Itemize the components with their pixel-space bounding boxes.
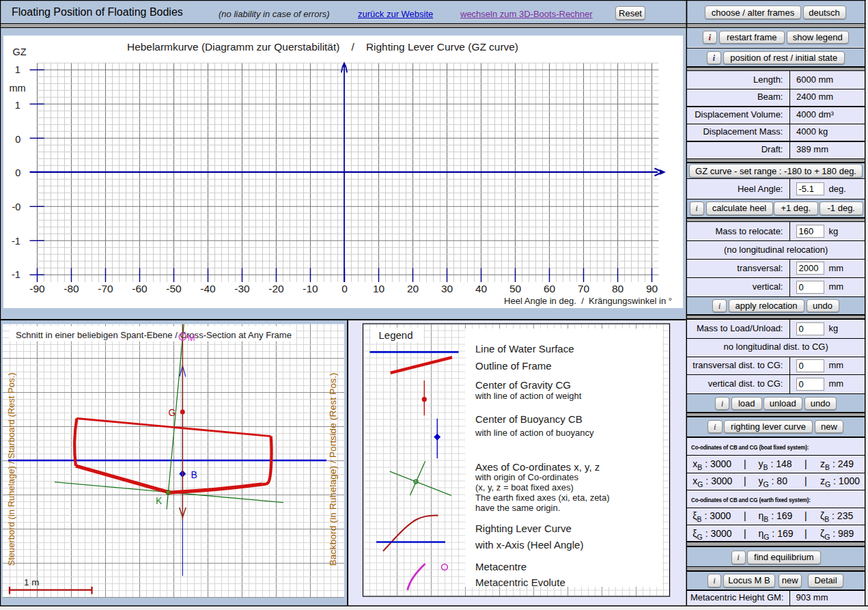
svg-text:B: B <box>191 469 197 480</box>
svg-text:Metacentre: Metacentre <box>475 561 527 572</box>
svg-text:1: 1 <box>15 64 20 75</box>
svg-text:Metacentric Evolute: Metacentric Evolute <box>475 577 565 588</box>
svg-text:-1: -1 <box>12 236 20 247</box>
svg-text:Center of Gravity CG: Center of Gravity CG <box>475 379 571 391</box>
svg-text:K: K <box>156 495 163 506</box>
svg-text:Legend: Legend <box>379 329 413 341</box>
svg-text:have the same origin.: have the same origin. <box>475 503 560 513</box>
svg-text:with line of action of weight: with line of action of weight <box>475 391 582 401</box>
svg-text:Schnitt in einer beliebigen Sp: Schnitt in einer beliebigen Spant-Ebene … <box>16 330 292 340</box>
svg-text:1: 1 <box>15 100 20 111</box>
svg-text:The earth fixed axes (xi, eta,: The earth fixed axes (xi, eta, zeta) <box>475 493 610 503</box>
svg-text:-70: -70 <box>98 283 113 294</box>
svg-text:0: 0 <box>15 167 20 178</box>
svg-text:GZ: GZ <box>13 46 27 57</box>
svg-text:mm: mm <box>10 83 26 94</box>
svg-text:-0: -0 <box>12 202 20 212</box>
svg-text:10: 10 <box>373 283 385 294</box>
svg-text:60: 60 <box>544 283 556 294</box>
svg-text:with line of action of buoyanc: with line of action of buoyancy <box>475 428 594 438</box>
svg-text:20: 20 <box>407 283 419 294</box>
svg-text:-50: -50 <box>166 283 182 294</box>
svg-text:G: G <box>169 407 176 418</box>
svg-text:with x-Axis (Heel Angle): with x-Axis (Heel Angle) <box>475 539 583 551</box>
svg-text:-1: -1 <box>12 269 20 280</box>
svg-text:80: 80 <box>612 283 624 294</box>
svg-text:70: 70 <box>578 283 590 294</box>
svg-text:-80: -80 <box>64 283 79 294</box>
svg-text:(x, y, z = boat fixed axes): (x, y, z = boat fixed axes) <box>475 482 574 493</box>
svg-text:40: 40 <box>475 283 488 294</box>
svg-text:0: 0 <box>15 134 20 145</box>
svg-text:M: M <box>188 333 195 343</box>
svg-text:-10: -10 <box>303 283 318 294</box>
svg-text:Steuerbord (in Ruhelage) / Sta: Steuerbord (in Ruhelage) / Starboard (Re… <box>7 372 16 566</box>
svg-text:-40: -40 <box>200 283 216 294</box>
svg-text:Hebelarmkurve (Diagramm zur Qu: Hebelarmkurve (Diagramm zur Querstabilit… <box>127 42 518 53</box>
svg-text:1 m: 1 m <box>24 577 40 587</box>
svg-text:50: 50 <box>509 283 522 294</box>
svg-text:Righting Lever Curve: Righting Lever Curve <box>475 523 572 534</box>
svg-text:Axes of Co-ordinates x, y, z: Axes of Co-ordinates x, y, z <box>475 461 600 473</box>
svg-text:with origin of Co-ordinates: with origin of Co-ordinates <box>475 472 579 482</box>
svg-text:Outline of Frame: Outline of Frame <box>475 360 552 372</box>
svg-text:-90: -90 <box>29 283 45 294</box>
svg-text:Line of Water Surface: Line of Water Surface <box>475 343 574 355</box>
svg-text:-20: -20 <box>268 283 284 294</box>
svg-text:Backbord (in Ruhelage) / Ports: Backbord (in Ruhelage) / Portside (Rest … <box>328 373 338 566</box>
svg-text:0: 0 <box>341 283 348 294</box>
svg-text:-30: -30 <box>234 283 250 294</box>
svg-text:30: 30 <box>441 283 453 294</box>
svg-text:Heel Angle in deg. / Krängun: Heel Angle in deg. / Krängungswinkel in … <box>504 296 672 306</box>
svg-text:Center of Buoyancy CB: Center of Buoyancy CB <box>475 413 583 425</box>
svg-text:90: 90 <box>646 283 658 294</box>
svg-text:-60: -60 <box>132 283 148 294</box>
